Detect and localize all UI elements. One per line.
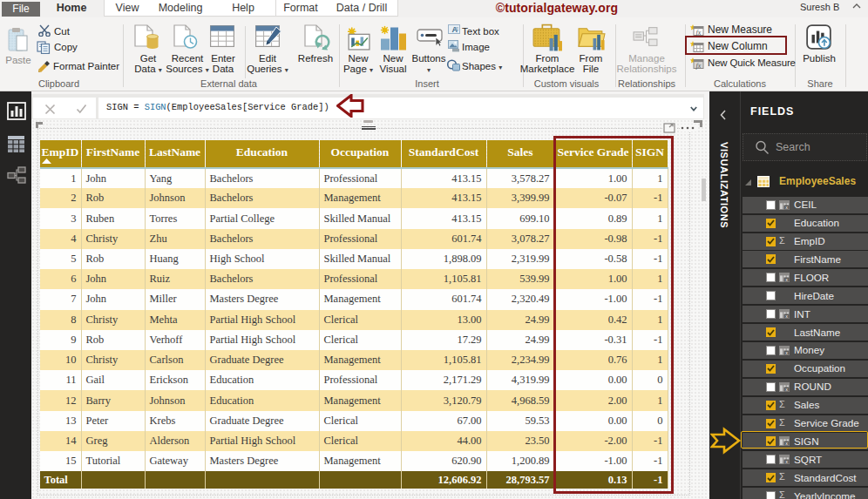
- svg-text:x: x: [785, 386, 788, 391]
- svg-text:x: x: [785, 459, 788, 464]
- svg-text:x: x: [785, 350, 788, 355]
- svg-text:x: x: [785, 314, 788, 319]
- svg-text:A: A: [452, 25, 458, 34]
- svg-text:x: x: [785, 277, 788, 282]
- svg-text:fx: fx: [696, 62, 702, 70]
- svg-text:x: x: [785, 204, 788, 209]
